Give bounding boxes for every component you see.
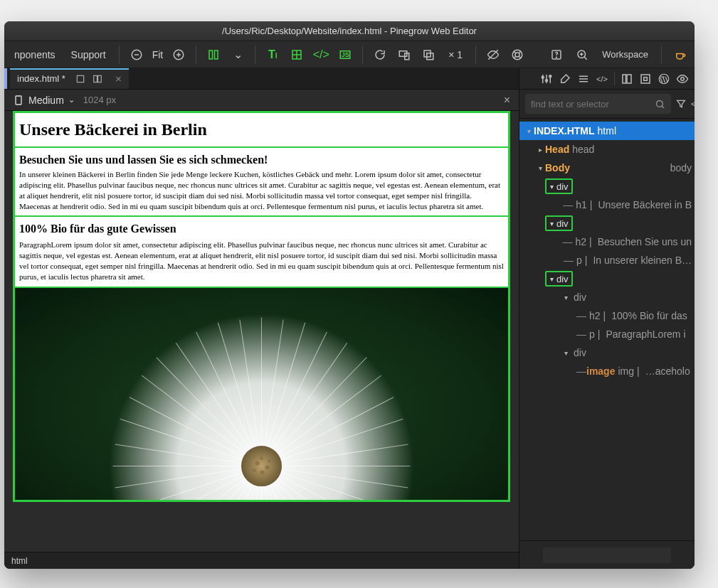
sliders-icon[interactable]: [540, 73, 553, 85]
toolbar-separator: [475, 46, 476, 64]
code-panel-icon[interactable]: </>: [596, 73, 608, 85]
chevron-down-icon[interactable]: ⌄: [228, 45, 248, 65]
svg-line-20: [514, 56, 516, 58]
dom-tree[interactable]: ▾ INDEX.HTML html ▸ Head head ▾ Body bod…: [519, 119, 695, 540]
preview-canvas[interactable]: Unsere Bäckerei in Berlin Besuchen Sie u…: [4, 111, 519, 552]
magnify-icon[interactable]: [572, 45, 592, 65]
tree-row-div-3[interactable]: ▾div: [519, 269, 695, 288]
menu-support[interactable]: Support: [65, 46, 112, 63]
svg-rect-6: [215, 50, 218, 59]
zoom-fit[interactable]: Fit: [151, 46, 165, 63]
tree-tag: body: [670, 162, 692, 173]
tree-tag: h1: [576, 199, 587, 210]
css-grid-icon[interactable]: [287, 45, 307, 65]
tree-row-file[interactable]: ▾ INDEX.HTML html: [519, 122, 695, 140]
tree-summary: …aceholo: [645, 365, 690, 377]
panel-separator: [614, 73, 615, 85]
zoom-in-icon[interactable]: [169, 45, 189, 65]
toolbar-separator: [362, 46, 363, 64]
tree-row-h2b[interactable]: — h2|100% Bio für das: [519, 306, 695, 325]
tree-row-body[interactable]: ▾ Body body: [519, 159, 695, 177]
eye-off-icon[interactable]: [483, 45, 503, 65]
svg-rect-90: [623, 75, 626, 83]
tab-close-icon[interactable]: ×: [115, 73, 122, 85]
tree-tag: head: [572, 144, 594, 155]
toolbar-separator: [661, 46, 662, 64]
refresh-icon[interactable]: [370, 45, 390, 65]
tree-row-h1[interactable]: — h1|Unsere Bäckerei in B: [519, 196, 695, 214]
close-preview-icon[interactable]: ×: [504, 94, 510, 107]
menu-components[interactable]: nponents: [9, 46, 61, 63]
list-icon[interactable]: [577, 73, 590, 85]
eye-icon[interactable]: [676, 73, 689, 85]
tree-row-div-2[interactable]: ▾div: [519, 214, 695, 232]
wordpress-icon[interactable]: [658, 73, 670, 85]
toolbar-separator: [119, 46, 120, 64]
visual-helpers-icon[interactable]: [204, 45, 223, 65]
page-block-intro[interactable]: Besuchen Sie uns und lassen Sie es sich …: [15, 146, 508, 215]
code-icon[interactable]: </>: [311, 45, 331, 65]
status-breadcrumb[interactable]: html: [11, 556, 28, 566]
svg-rect-91: [627, 75, 631, 83]
page-h2[interactable]: Besuchen Sie uns und lassen Sie es sich …: [19, 154, 504, 166]
life-ring-icon[interactable]: [507, 45, 527, 65]
svg-point-94: [681, 77, 685, 80]
svg-point-75: [255, 461, 259, 465]
tree-tag: p: [589, 328, 595, 340]
tree-row-div-1[interactable]: ▾div: [519, 177, 695, 196]
tree-row-image[interactable]: — image img|…aceholo: [519, 362, 695, 380]
tab-index-html[interactable]: index.html * ×: [10, 68, 129, 89]
toolbar-separator: [255, 46, 255, 64]
breakpoint-selector[interactable]: Medium ⌄: [11, 92, 76, 108]
svg-point-17: [515, 53, 519, 57]
tree-row-pb[interactable]: — p|ParagraphLorem i: [519, 325, 695, 343]
tree-search-field[interactable]: [525, 94, 671, 114]
js-icon[interactable]: JS: [335, 45, 355, 65]
page-p1[interactable]: In unserer kleinen Bäckerei in Berlin fi…: [19, 169, 504, 211]
tree-row-div-3b[interactable]: ▾ div: [519, 343, 695, 362]
help-icon[interactable]: [547, 45, 566, 65]
main-toolbar: nponents Support Fit ⌄ TI </> JS × 1 Wor…: [4, 41, 695, 68]
breakpoint-bar: Medium ⌄ 1024 px ×: [4, 90, 519, 111]
tree-tag: h2: [575, 236, 586, 247]
tab-view-icon[interactable]: [73, 71, 88, 87]
tree-summary: Unsere Bäckerei in B: [598, 199, 692, 210]
page-h1[interactable]: Unsere Bäckerei in Berlin: [19, 120, 504, 139]
svg-rect-28: [77, 75, 83, 82]
tree-label: Head: [545, 144, 569, 155]
tree-search-input[interactable]: [531, 99, 650, 109]
tab-label: index.html *: [17, 73, 65, 84]
tree-row-div-3a[interactable]: ▾ div: [519, 288, 695, 306]
svg-line-25: [584, 57, 587, 60]
zoom-out-icon[interactable]: [127, 45, 147, 65]
brush-icon[interactable]: [559, 73, 571, 85]
devices-icon[interactable]: [394, 45, 414, 65]
page-block-hero[interactable]: Unsere Bäckerei in Berlin: [15, 113, 508, 146]
library-icon[interactable]: [621, 73, 633, 85]
tab-splitview-icon[interactable]: [90, 71, 105, 87]
tree-summary: ParagraphLorem i: [606, 328, 685, 340]
svg-point-95: [657, 100, 663, 107]
coffee-icon[interactable]: [670, 45, 690, 65]
text-tool-icon[interactable]: TI: [263, 45, 283, 65]
svg-point-78: [253, 469, 256, 472]
tree-row-p[interactable]: — p|In unserer kleinen B…: [519, 251, 695, 269]
tree-row-h2[interactable]: — h2|Besuchen Sie uns un: [519, 232, 695, 251]
svg-line-21: [519, 50, 521, 53]
multiplier-label[interactable]: × 1: [443, 46, 468, 63]
page-p2[interactable]: ParagraphLorem ipsum dolor sit amet, con…: [19, 240, 504, 282]
duplicate-icon[interactable]: [418, 45, 438, 65]
breakpoint-width: 1024 px: [83, 95, 116, 105]
filter-icon[interactable]: [675, 96, 687, 112]
tree-summary: 100% Bio für das: [611, 310, 687, 321]
workspace-menu[interactable]: Workspace: [598, 49, 653, 60]
page-block-image[interactable]: [15, 287, 508, 502]
actions-icon[interactable]: [639, 73, 652, 85]
code-toggle-icon[interactable]: </>: [691, 96, 695, 112]
tree-row-head[interactable]: ▸ Head head: [519, 140, 695, 159]
svg-point-23: [556, 57, 557, 58]
rendered-page[interactable]: Unsere Bäckerei in Berlin Besuchen Sie u…: [13, 111, 510, 502]
page-h3[interactable]: 100% Bio für das gute Gewissen: [19, 223, 504, 235]
tree-summary: In unserer kleinen B…: [593, 255, 692, 266]
page-block-bio[interactable]: 100% Bio für das gute Gewissen Paragraph…: [15, 215, 508, 286]
